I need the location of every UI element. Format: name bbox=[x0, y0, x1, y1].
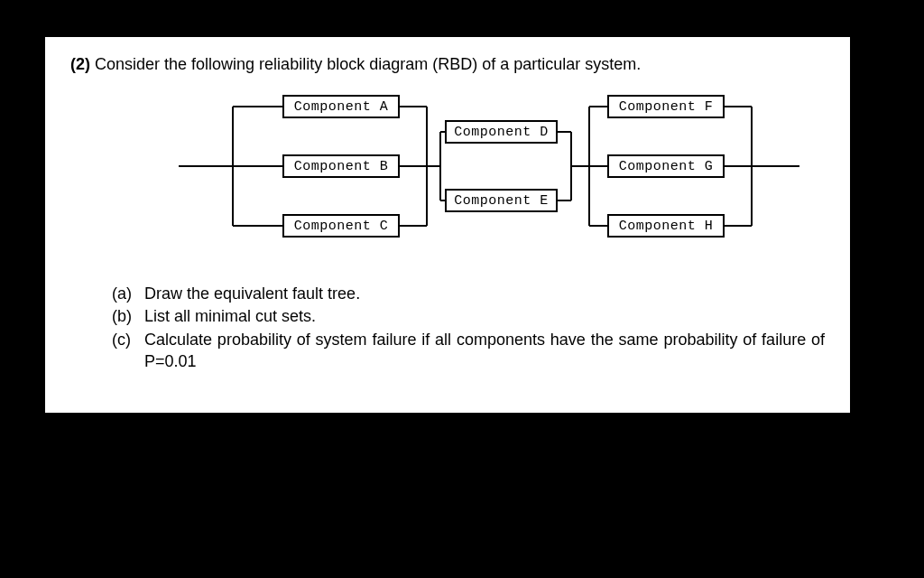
part-c-text: Calculate probability of system failure … bbox=[144, 329, 825, 373]
part-b: (b) List all minimal cut sets. bbox=[112, 305, 825, 327]
block-component-d: Component D bbox=[445, 120, 558, 144]
block-component-a: Component A bbox=[282, 95, 400, 118]
part-b-text: List all minimal cut sets. bbox=[144, 305, 825, 327]
question-prompt: Consider the following reliability block… bbox=[95, 55, 641, 73]
block-component-f: Component F bbox=[607, 95, 725, 118]
part-a-text: Draw the equivalent fault tree. bbox=[144, 283, 825, 304]
question-number: (2) bbox=[70, 55, 90, 73]
page: (2) Consider the following reliability b… bbox=[45, 37, 850, 413]
block-component-g: Component G bbox=[607, 154, 725, 178]
part-a-label: (a) bbox=[112, 283, 132, 304]
question-heading: (2) Consider the following reliability b… bbox=[70, 55, 825, 74]
rbd-diagram: Component A Component B Component C Comp… bbox=[70, 85, 825, 270]
block-component-b: Component B bbox=[282, 154, 400, 178]
block-component-c: Component C bbox=[282, 214, 400, 238]
subquestions: (a) Draw the equivalent fault tree. (b) … bbox=[112, 283, 825, 372]
block-component-e: Component E bbox=[445, 189, 558, 212]
part-a: (a) Draw the equivalent fault tree. bbox=[112, 283, 825, 304]
part-b-label: (b) bbox=[112, 305, 132, 327]
part-c-label: (c) bbox=[112, 329, 132, 373]
part-c: (c) Calculate probability of system fail… bbox=[112, 329, 825, 373]
block-component-h: Component H bbox=[607, 214, 725, 238]
